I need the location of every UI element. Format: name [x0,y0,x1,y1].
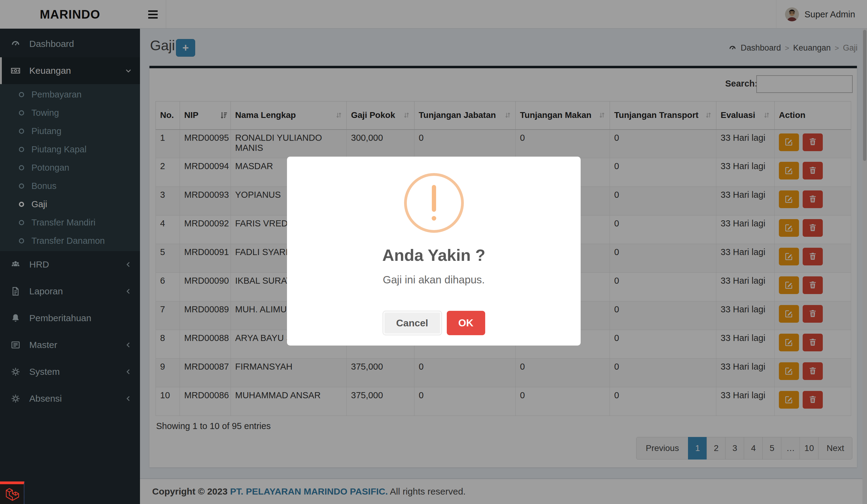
warning-icon [404,173,464,233]
ok-button[interactable]: OK [447,311,485,335]
app-window: DashboardKeuanganPembayaranTowingPiutang… [0,0,867,504]
laravel-icon [4,486,19,502]
dialog-buttons: Cancel OK [287,311,581,335]
cancel-button[interactable]: Cancel [383,311,442,335]
confirm-dialog: Anda Yakin ? Gaji ini akan dihapus. Canc… [287,157,581,346]
dialog-title: Anda Yakin ? [287,245,581,264]
debugbar-toggle[interactable] [0,481,24,504]
dialog-message: Gaji ini akan dihapus. [287,274,581,286]
